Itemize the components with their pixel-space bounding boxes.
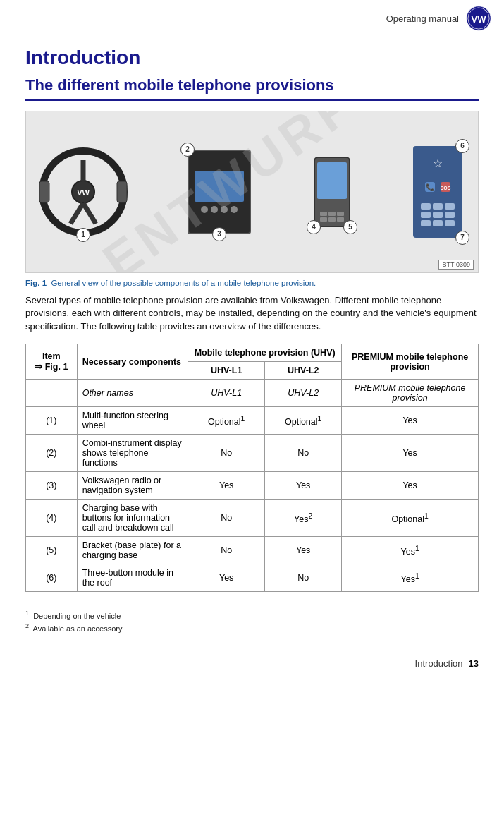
table-cell-item bbox=[26, 380, 78, 407]
table-cell-item: (4) bbox=[26, 500, 78, 537]
fig-label-1: 1 bbox=[76, 228, 90, 242]
table-cell-component: Multi-function steering wheel bbox=[77, 407, 188, 435]
figure-badge: BTT-0309 bbox=[438, 260, 474, 270]
table-cell-item: (1) bbox=[26, 407, 78, 435]
phone-keypad bbox=[320, 212, 344, 222]
svg-line-7 bbox=[83, 203, 96, 224]
footnote: 1 Depending on the vehicle bbox=[25, 610, 479, 620]
table-cell-uhvl2: No bbox=[265, 564, 342, 592]
radio-device bbox=[188, 150, 251, 234]
panel-key bbox=[421, 212, 431, 218]
table-cell-item: (2) bbox=[26, 435, 78, 472]
radio-screen bbox=[195, 171, 244, 202]
panel-key bbox=[445, 220, 455, 226]
panel-key bbox=[445, 212, 455, 218]
sos-icon: SOS bbox=[439, 181, 452, 193]
table-row: (1)Multi-function steering wheelOptional… bbox=[26, 407, 479, 435]
table-header-uhv: Mobile telephone provision (UHV) bbox=[188, 344, 342, 362]
panel-key bbox=[433, 220, 443, 226]
radio-btn bbox=[221, 206, 228, 213]
main-table: Item ⇒ Fig. 1 Necessary components Mobil… bbox=[25, 344, 479, 592]
phone-device bbox=[314, 157, 350, 227]
figure-drawing: VW 1 2 3 bbox=[26, 111, 478, 272]
table-cell-component: Charging base with buttons for informati… bbox=[77, 500, 188, 537]
phone-key bbox=[328, 217, 336, 222]
table-cell-item: (6) bbox=[26, 564, 78, 592]
fig-label-2: 2 bbox=[180, 143, 195, 157]
table-cell-component: Other names bbox=[77, 380, 188, 407]
panel-key bbox=[433, 203, 443, 210]
footnote: 2 Available as an accessory bbox=[25, 622, 479, 633]
table-cell-item: (5) bbox=[26, 537, 78, 564]
table-row: (4)Charging base with buttons for inform… bbox=[26, 500, 479, 537]
footnote-divider bbox=[25, 605, 197, 605]
table-cell-uhvl2: Yes bbox=[265, 537, 342, 564]
phone-key bbox=[328, 212, 336, 216]
figure-container: VW 1 2 3 bbox=[25, 111, 479, 273]
table-cell-premium: Yes1 bbox=[342, 564, 479, 592]
fig-item-2-3: 2 3 bbox=[188, 150, 251, 234]
radio-btn bbox=[201, 206, 208, 213]
phone-screen bbox=[317, 162, 347, 199]
table-cell-premium: Yes bbox=[342, 472, 479, 500]
phone-key bbox=[320, 212, 327, 216]
svg-rect-10 bbox=[117, 181, 127, 202]
svg-text:SOS: SOS bbox=[441, 186, 451, 190]
table-cell-component: Combi-instrument dis­play shows telephon… bbox=[77, 435, 188, 472]
star-icon: ☆ bbox=[433, 157, 443, 170]
vw-logo-icon: VW bbox=[466, 6, 491, 31]
body-text: Several types of mobile telephone provis… bbox=[25, 294, 479, 334]
table-header-item: Item ⇒ Fig. 1 bbox=[26, 344, 78, 380]
radio-controls bbox=[201, 206, 238, 213]
fig-label-4: 4 bbox=[307, 220, 321, 234]
panel-key bbox=[421, 220, 431, 226]
svg-line-6 bbox=[70, 203, 83, 224]
fig-label-6: 6 bbox=[455, 139, 469, 153]
table-cell-uhvl1: UHV-L1 bbox=[188, 380, 265, 407]
svg-rect-9 bbox=[39, 181, 49, 202]
table-cell-uhvl1: No bbox=[188, 500, 265, 537]
panel-key bbox=[445, 203, 455, 210]
radio-btn bbox=[211, 206, 218, 213]
footnotes-container: 1 Depending on the vehicle2 Available as… bbox=[25, 610, 479, 632]
table-cell-component: Three-button module in the roof bbox=[77, 564, 188, 592]
table-cell-uhvl2: No bbox=[265, 435, 342, 472]
panel-keypad bbox=[421, 203, 455, 226]
table-cell-premium: Yes bbox=[342, 435, 479, 472]
table-subheader-uhvl1: UHV-L1 bbox=[188, 362, 265, 380]
phone-key bbox=[320, 217, 327, 222]
svg-text:VW: VW bbox=[77, 188, 90, 197]
figure-caption-text: General view of the possible components … bbox=[51, 279, 316, 287]
section-heading: Introduction bbox=[25, 47, 479, 69]
fig-label-5: 5 bbox=[343, 220, 357, 234]
table-header-premium: PREMIUM mobile telephone provision bbox=[342, 344, 479, 380]
table-cell-uhvl2: Optional1 bbox=[265, 407, 342, 435]
steering-wheel-icon: VW bbox=[37, 146, 129, 238]
radio-btn bbox=[231, 206, 238, 213]
table-cell-uhvl1: Optional1 bbox=[188, 407, 265, 435]
table-cell-uhvl1: Yes bbox=[188, 564, 265, 592]
table-row: Other namesUHV-L1UHV-L2PREMIUM mobile te… bbox=[26, 380, 479, 407]
table-row: (2)Combi-instrument dis­play shows telep… bbox=[26, 435, 479, 472]
table-cell-uhvl1: Yes bbox=[188, 472, 265, 500]
table-cell-uhvl2: UHV-L2 bbox=[265, 380, 342, 407]
footer-page-number: 13 bbox=[469, 658, 479, 669]
figure-caption: Fig. 1 General view of the possible comp… bbox=[25, 279, 479, 287]
footer-section-label: Introduction bbox=[415, 658, 463, 669]
subsection-heading: The different mobile telephone provision… bbox=[25, 76, 479, 100]
table-cell-item: (3) bbox=[26, 472, 78, 500]
fig-label-7: 7 bbox=[455, 231, 469, 245]
panel-key bbox=[421, 203, 431, 210]
table-row: (3)Volkswagen radio or navigation system… bbox=[26, 472, 479, 500]
table-row: (6)Three-button module in the roofYesNoY… bbox=[26, 564, 479, 592]
phone-key bbox=[337, 217, 344, 222]
table-row: (5)Bracket (base plate) for a charging b… bbox=[26, 537, 479, 564]
fig-item-4-5: 4 5 bbox=[314, 157, 350, 227]
table-cell-uhvl1: No bbox=[188, 537, 265, 564]
figure-caption-prefix: Fig. 1 bbox=[25, 279, 47, 287]
table-cell-uhvl2: Yes2 bbox=[265, 500, 342, 537]
fig-item-6-7: ☆ 📞 SOS bbox=[413, 146, 462, 238]
table-subheader-uhvl2: UHV-L2 bbox=[265, 362, 342, 380]
table-cell-premium: PREMIUM mobile telephone provision bbox=[342, 380, 479, 407]
phone-icon: 📞 bbox=[424, 181, 436, 193]
